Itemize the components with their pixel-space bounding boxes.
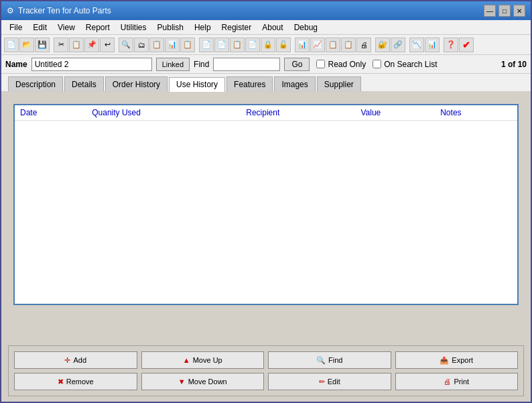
move-down-icon: ▼ — [178, 378, 186, 386]
remove-button[interactable]: ✖ Remove — [14, 373, 137, 390]
find-input[interactable] — [213, 58, 280, 71]
tb-btn-8[interactable]: 📄 — [245, 38, 260, 52]
app-icon: ⚙ — [7, 6, 14, 15]
tb-btn-12[interactable]: 📈 — [310, 38, 325, 52]
tb-btn-17[interactable]: 🔗 — [391, 38, 405, 52]
on-search-list-label: On Search List — [384, 60, 437, 69]
edit-icon: ✏ — [319, 378, 325, 386]
menu-debug[interactable]: Debug — [289, 20, 323, 35]
title-bar: ⚙ Tracker Ten for Auto Parts — □ ✕ — [1, 1, 531, 20]
tb-btn-3[interactable]: 📊 — [165, 38, 180, 52]
button-panel-wrapper: ✛ Add ▲ Move Up 🔍 Find 📤 Export ✖ Re — [1, 343, 531, 402]
table-wrapper: Date Quanity Used Recipient Value Notes — [1, 92, 531, 343]
tb-btn-2[interactable]: 📋 — [149, 38, 164, 52]
table-header-row: Date Quanity Used Recipient Value Notes — [15, 105, 517, 121]
tb-btn-19[interactable]: 📊 — [425, 38, 440, 52]
cut-button[interactable]: ✂ — [54, 38, 68, 52]
add-button[interactable]: ✛ Add — [14, 351, 137, 369]
tab-bar: Description Details Order History Use Hi… — [1, 74, 531, 92]
app-title: Tracker Ten for Auto Parts — [18, 6, 111, 15]
tb-btn-5[interactable]: 📄 — [199, 38, 214, 52]
find-toolbar-button[interactable]: 🔍 — [119, 38, 133, 52]
tab-details[interactable]: Details — [64, 76, 104, 91]
help-icon-button[interactable]: ❓ — [444, 38, 458, 52]
minimize-button[interactable]: — — [484, 5, 496, 17]
tb-btn-4[interactable]: 📋 — [180, 38, 195, 52]
title-bar-controls: — □ ✕ — [484, 5, 525, 17]
find-label: Find — [194, 60, 209, 69]
tab-order-history[interactable]: Order History — [105, 76, 168, 91]
col-notes: Notes — [435, 105, 517, 121]
add-label: Add — [73, 356, 86, 364]
menu-about[interactable]: About — [257, 20, 288, 35]
table-container: Date Quanity Used Recipient Value Notes — [13, 104, 519, 305]
on-search-list-group: On Search List — [373, 60, 437, 69]
go-button[interactable]: Go — [284, 58, 310, 71]
menu-edit[interactable]: Edit — [27, 20, 52, 35]
find-icon: 🔍 — [316, 356, 326, 365]
tb-btn-14[interactable]: 📋 — [341, 38, 356, 52]
tb-btn-10[interactable]: 🔓 — [276, 38, 291, 52]
menu-utilities[interactable]: Utilities — [115, 20, 152, 35]
move-up-icon: ▲ — [183, 356, 190, 364]
move-up-button[interactable]: ▲ Move Up — [141, 351, 265, 369]
maximize-button[interactable]: □ — [498, 5, 511, 17]
tb-btn-18[interactable]: 📉 — [409, 38, 424, 52]
menu-bar: File Edit View Report Utilities Publish … — [1, 20, 531, 35]
new-button[interactable]: 📄 — [4, 38, 19, 52]
tb-btn-9[interactable]: 🔒 — [261, 38, 275, 52]
tb-btn-15[interactable]: 🖨 — [356, 38, 371, 52]
copy-button[interactable]: 📋 — [69, 38, 84, 52]
read-only-checkbox[interactable] — [316, 60, 325, 68]
record-count: 1 of 10 — [501, 60, 527, 69]
check-button[interactable]: ✔ — [459, 38, 474, 52]
name-input[interactable] — [31, 58, 152, 71]
menu-register[interactable]: Register — [216, 20, 257, 35]
open-button[interactable]: 📂 — [19, 38, 34, 52]
find-label-btn: Find — [328, 356, 342, 364]
tab-images[interactable]: Images — [274, 76, 315, 91]
tb-btn-1[interactable]: 🗂 — [134, 38, 149, 52]
export-icon: 📤 — [440, 356, 449, 365]
app-window: ⚙ Tracker Ten for Auto Parts — □ ✕ File … — [0, 0, 532, 403]
tab-description[interactable]: Description — [8, 76, 63, 91]
toolbar: 📄 📂 💾 ✂ 📋 📌 ↩ 🔍 🗂 📋 📊 📋 📄 📄 📋 📄 🔒 🔓 📊 📈 … — [1, 35, 531, 55]
tb-btn-16[interactable]: 🔐 — [375, 38, 390, 52]
menu-view[interactable]: View — [52, 20, 80, 35]
undo-button[interactable]: ↩ — [100, 38, 115, 52]
add-icon: ✛ — [64, 356, 70, 365]
read-only-group: Read Only — [316, 60, 366, 69]
print-button[interactable]: 🖨 Print — [395, 373, 519, 390]
remove-label: Remove — [66, 378, 94, 386]
edit-button[interactable]: ✏ Edit — [268, 373, 391, 390]
menu-report[interactable]: Report — [80, 20, 115, 35]
tab-supplier[interactable]: Supplier — [317, 76, 361, 91]
print-icon: 🖨 — [444, 378, 451, 386]
name-bar: Name Linked Find Go Read Only On Search … — [1, 55, 531, 74]
col-value: Value — [355, 105, 435, 121]
col-recipient: Recipient — [241, 105, 355, 121]
tab-use-history[interactable]: Use History — [169, 77, 225, 92]
menu-publish[interactable]: Publish — [152, 20, 189, 35]
close-button[interactable]: ✕ — [513, 5, 525, 17]
move-up-label: Move Up — [193, 356, 222, 364]
button-panel: ✛ Add ▲ Move Up 🔍 Find 📤 Export ✖ Re — [8, 345, 524, 396]
use-history-table: Date Quanity Used Recipient Value Notes — [15, 105, 517, 121]
tb-btn-7[interactable]: 📋 — [230, 38, 245, 52]
paste-button[interactable]: 📌 — [84, 38, 99, 52]
tb-btn-13[interactable]: 📋 — [326, 38, 340, 52]
col-quantity: Quanity Used — [86, 105, 241, 121]
on-search-list-checkbox[interactable] — [373, 60, 381, 68]
export-button[interactable]: 📤 Export — [395, 351, 519, 369]
title-bar-title: ⚙ Tracker Ten for Auto Parts — [7, 6, 111, 15]
remove-icon: ✖ — [58, 378, 64, 386]
tb-btn-6[interactable]: 📄 — [214, 38, 229, 52]
tab-features[interactable]: Features — [226, 76, 273, 91]
menu-help[interactable]: Help — [189, 20, 216, 35]
tb-btn-11[interactable]: 📊 — [295, 38, 310, 52]
menu-file[interactable]: File — [4, 20, 27, 35]
save-button[interactable]: 💾 — [35, 38, 50, 52]
find-button[interactable]: 🔍 Find — [268, 351, 391, 369]
linked-button[interactable]: Linked — [156, 58, 190, 71]
move-down-button[interactable]: ▼ Move Down — [141, 373, 265, 390]
